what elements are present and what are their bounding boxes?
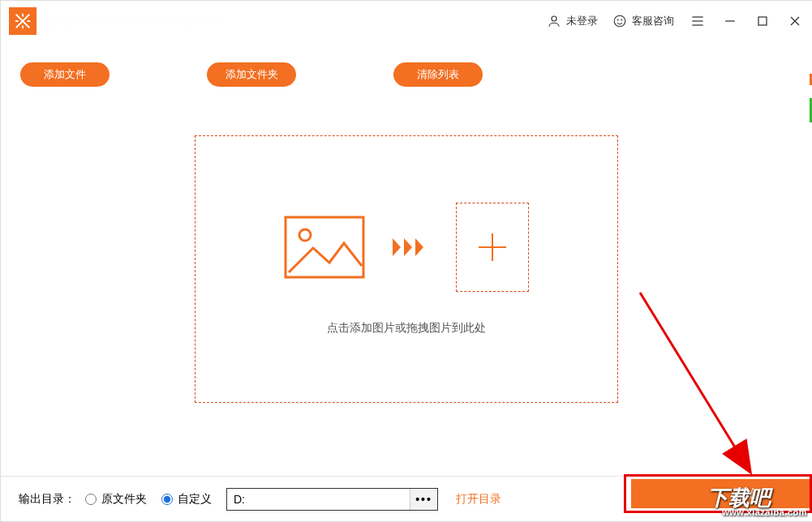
plus-icon (477, 232, 508, 263)
svg-line-25 (640, 293, 750, 471)
close-icon (787, 13, 803, 29)
svg-point-6 (552, 16, 556, 21)
arrow-right-icon (393, 235, 428, 259)
minimize-icon (722, 13, 738, 29)
svg-point-8 (617, 19, 618, 20)
add-target-box (456, 203, 529, 292)
title-bar: 云橙苹果HEIC转JPG转换器 v3.2.1 未登录 客服咨询 (1, 1, 812, 41)
svg-rect-14 (758, 17, 767, 25)
radio-original-folder[interactable]: 原文件夹 (85, 492, 147, 507)
smile-icon (612, 14, 627, 28)
svg-marker-21 (415, 238, 423, 256)
minimize-button[interactable] (721, 12, 739, 30)
image-placeholder-icon (284, 216, 365, 279)
output-dir-label: 输出目录： (19, 492, 75, 507)
open-dir-link[interactable]: 打开目录 (456, 492, 501, 507)
clear-list-button[interactable]: 清除列表 (393, 62, 483, 87)
start-button[interactable]: 开始 (631, 479, 810, 508)
login-status[interactable]: 未登录 (547, 14, 598, 28)
svg-point-18 (299, 229, 311, 241)
menu-button[interactable] (689, 12, 707, 30)
hamburger-icon (690, 13, 706, 29)
toolbar: 添加文件 添加文件夹 清除列表 (1, 41, 812, 87)
svg-point-7 (614, 15, 625, 27)
drop-hint: 点击添加图片或拖拽图片到此处 (327, 321, 486, 336)
support-link[interactable]: 客服咨询 (612, 14, 674, 28)
add-folder-button[interactable]: 添加文件夹 (207, 62, 296, 87)
support-label: 客服咨询 (632, 14, 674, 28)
path-input[interactable] (227, 489, 410, 510)
login-status-label: 未登录 (566, 14, 598, 28)
drop-area[interactable]: 点击添加图片或拖拽图片到此处 (195, 135, 618, 403)
radio-original-folder-input[interactable] (85, 494, 97, 505)
radio-custom-input[interactable] (161, 494, 173, 505)
radio-custom[interactable]: 自定义 (161, 492, 212, 507)
user-icon (547, 14, 561, 28)
start-highlight-box: 开始 (624, 474, 812, 513)
svg-marker-19 (393, 238, 401, 256)
close-button[interactable] (786, 12, 804, 30)
svg-rect-17 (286, 217, 363, 277)
maximize-button[interactable] (754, 12, 771, 30)
maximize-icon (754, 13, 771, 29)
annotation-arrow (632, 285, 770, 487)
radio-original-folder-label: 原文件夹 (101, 492, 147, 507)
app-icon (9, 7, 37, 35)
app-title: 云橙苹果HEIC转JPG转换器 v3.2.1 (46, 14, 233, 29)
path-field: ••• (226, 488, 438, 511)
svg-marker-20 (404, 238, 412, 256)
drop-illustration (284, 203, 529, 292)
radio-custom-label: 自定义 (178, 492, 212, 507)
svg-point-9 (621, 19, 622, 20)
add-file-button[interactable]: 添加文件 (20, 62, 110, 87)
browse-button[interactable]: ••• (410, 489, 437, 510)
